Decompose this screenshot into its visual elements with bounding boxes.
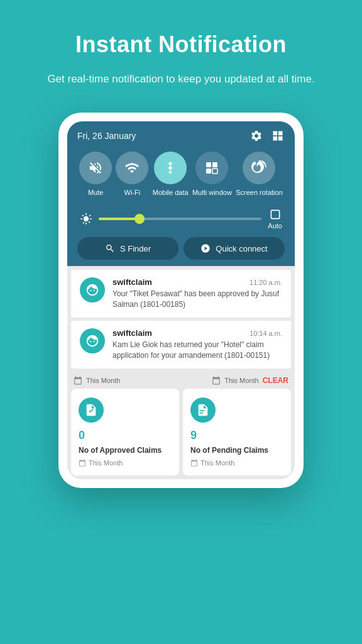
quick-settings-panel: Fri, 26 January xyxy=(67,121,295,266)
notif-avatar-1 xyxy=(80,277,105,303)
brightness-thumb xyxy=(134,214,145,224)
notification-card-2[interactable]: swiftclaim 10:14 a.m. Kam Lie Giok has r… xyxy=(71,321,291,369)
svg-rect-2 xyxy=(206,169,211,174)
notifications-area: swiftclaim 11:20 a.m. Your "Tiket Pesawa… xyxy=(67,266,295,372)
wifi-label: Wi-Fi xyxy=(124,188,141,197)
auto-icon xyxy=(269,208,282,221)
brightness-fill xyxy=(99,218,140,220)
notif-header-2: swiftclaim 10:14 a.m. xyxy=(112,328,282,338)
notif-header-1: swiftclaim 11:20 a.m. xyxy=(112,277,282,287)
svg-rect-1 xyxy=(212,162,217,167)
brightness-track[interactable] xyxy=(99,218,261,220)
approved-period-label: This Month xyxy=(89,459,123,467)
widget-period-label-left: This Month xyxy=(86,377,120,384)
svg-rect-0 xyxy=(206,162,211,167)
phone-screen: Fri, 26 January xyxy=(67,121,295,479)
pending-period-label: This Month xyxy=(200,459,234,467)
qs-screen-rotation-button[interactable]: Screen rotation xyxy=(236,152,283,197)
pending-claims-number: 9 xyxy=(190,429,197,442)
approved-claims-number: 0 xyxy=(79,429,85,442)
qs-top-row: Fri, 26 January xyxy=(77,129,285,143)
pending-claims-label: No of Pending Claims xyxy=(190,446,268,456)
quick-connect-label: Quick connect xyxy=(216,244,267,253)
notif-content-2: swiftclaim 10:14 a.m. Kam Lie Giok has r… xyxy=(112,328,282,361)
svg-rect-4 xyxy=(271,211,279,219)
qs-wifi-button[interactable]: Wi-Fi xyxy=(116,152,148,197)
qs-date: Fri, 26 January xyxy=(77,131,136,141)
notif-app-2: swiftclaim xyxy=(112,328,152,338)
multi-window-label: Multi window xyxy=(192,188,232,197)
s-finder-label: S Finder xyxy=(120,244,151,253)
brightness-control: Auto xyxy=(77,203,285,237)
notif-time-2: 10:14 a.m. xyxy=(250,330,282,337)
settings-icon[interactable] xyxy=(250,129,263,143)
widget-period-left: This Month xyxy=(74,376,120,385)
pending-claims-card[interactable]: 9 No of Pending Claims This Month xyxy=(183,389,291,476)
qs-multi-window-button[interactable]: Multi window xyxy=(192,152,232,197)
qs-icons-right xyxy=(250,129,285,143)
approved-claims-icon xyxy=(79,397,104,423)
widget-cards-row: 0 No of Approved Claims This Month xyxy=(71,389,291,476)
mobile-data-label: Mobile data xyxy=(153,188,189,197)
qs-buttons-row: Mute Wi-Fi xyxy=(77,152,285,197)
notification-card-1[interactable]: swiftclaim 11:20 a.m. Your "Tiket Pesawa… xyxy=(71,270,291,318)
page-title: Instant Notification xyxy=(47,31,314,58)
screen-rotation-label: Screen rotation xyxy=(236,188,283,197)
qs-mute-button[interactable]: Mute xyxy=(79,152,112,197)
notif-text-2: Kam Lie Giok has returned your "Hotel" c… xyxy=(112,340,282,361)
pending-claims-period: This Month xyxy=(190,459,234,467)
grid-icon[interactable] xyxy=(271,129,285,143)
phone-mockup: Fri, 26 January xyxy=(58,113,304,488)
brightness-icon xyxy=(80,213,92,225)
svg-rect-3 xyxy=(212,169,217,174)
quick-connect-button[interactable]: Quick connect xyxy=(184,237,285,260)
qs-mobile-data-button[interactable]: Mobile data xyxy=(153,152,189,197)
widget-controls: This Month This Month CLEAR xyxy=(71,372,291,389)
auto-label: Auto xyxy=(268,222,282,230)
s-finder-button[interactable]: S Finder xyxy=(77,237,178,260)
notif-text-1: Your "Tiket Pesawat" has been approved b… xyxy=(112,289,282,310)
notif-avatar-2 xyxy=(80,328,105,353)
header-section: Instant Notification Get real-time notif… xyxy=(22,0,339,106)
widget-period-right: This Month CLEAR xyxy=(212,376,288,385)
notif-app-1: swiftclaim xyxy=(112,277,152,287)
clear-button[interactable]: CLEAR xyxy=(263,376,288,385)
pending-claims-icon xyxy=(190,397,216,423)
approved-claims-label: No of Approved Claims xyxy=(79,446,162,456)
approved-claims-card[interactable]: 0 No of Approved Claims This Month xyxy=(71,389,179,476)
approved-claims-period: This Month xyxy=(79,459,123,467)
widget-period-label-right: This Month xyxy=(224,377,258,384)
qs-footer-buttons: S Finder Quick connect xyxy=(77,237,285,266)
mute-label: Mute xyxy=(88,188,103,197)
notif-content-1: swiftclaim 11:20 a.m. Your "Tiket Pesawa… xyxy=(112,277,282,310)
notif-time-1: 11:20 a.m. xyxy=(250,279,282,286)
page-subtitle: Get real-time notification to keep you u… xyxy=(47,70,314,87)
widget-area: This Month This Month CLEAR xyxy=(67,372,295,480)
